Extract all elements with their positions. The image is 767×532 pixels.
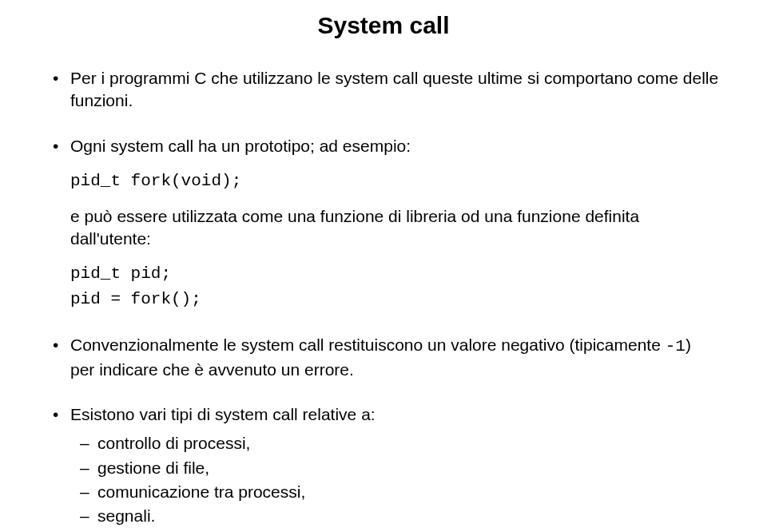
list-item: Esistono vari tipi di system call relati… xyxy=(48,403,719,528)
page-title: System call xyxy=(48,12,719,39)
sub-item: segnali. xyxy=(77,505,719,527)
item-text: e può essere utilizzata come una funzion… xyxy=(70,207,639,248)
sub-item-text: gestione di file, xyxy=(97,459,209,477)
sub-list: controllo di processi, gestione di file,… xyxy=(77,432,719,527)
item-text: Per i programmi C che utilizzano le syst… xyxy=(70,69,718,109)
code-block: pid_t fork(void); xyxy=(70,169,719,194)
code-block: pid_t pid; pid = fork(); xyxy=(70,261,719,312)
item-text: Esistono vari tipi di system call relati… xyxy=(70,405,376,423)
inline-code: -1 xyxy=(666,337,686,355)
list-item: Per i programmi C che utilizzano le syst… xyxy=(48,67,719,113)
item-text: Convenzionalmente le system call restitu… xyxy=(70,335,666,354)
sub-item-text: comunicazione tra processi, xyxy=(97,482,305,501)
sub-item: comunicazione tra processi, xyxy=(77,481,719,503)
document-page: System call Per i programmi C che utiliz… xyxy=(0,0,767,532)
sub-item-text: controllo di processi, xyxy=(97,434,250,452)
list-item: Convenzionalmente le system call restitu… xyxy=(48,334,719,381)
list-item: Ogni system call ha un prototipo; ad ese… xyxy=(48,135,719,312)
sub-item: gestione di file, xyxy=(77,457,719,479)
bullet-list: Per i programmi C che utilizzano le syst… xyxy=(48,67,719,528)
item-text: Ogni system call ha un prototipo; ad ese… xyxy=(70,137,411,155)
sub-item-text: segnali. xyxy=(97,506,155,525)
sub-item: controllo di processi, xyxy=(77,432,719,455)
